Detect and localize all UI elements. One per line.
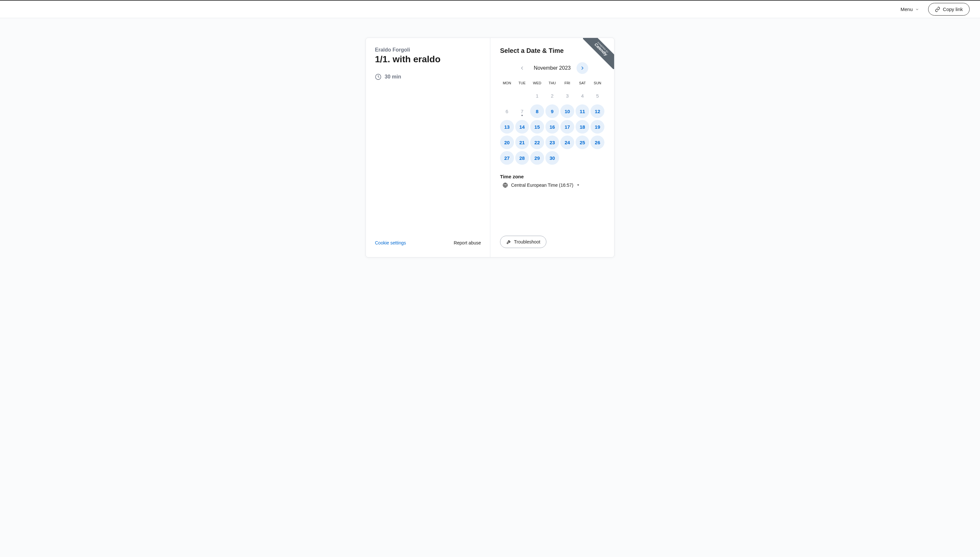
day-unavailable: 6 [500,104,514,118]
troubleshoot-button[interactable]: Troubleshoot [500,236,546,248]
right-panel: POWERED BY Calendly Select a Date & Time… [490,38,614,257]
day-available[interactable]: 22 [530,135,544,149]
timezone-heading: Time zone [500,174,605,179]
day-available[interactable]: 9 [545,104,559,118]
event-title: 1/1. with eraldo [375,54,481,65]
day-unavailable: 5 [590,89,605,103]
powered-by-text: POWERED BY [584,38,614,67]
day-available[interactable]: 26 [590,135,605,149]
menu-label: Menu [900,7,913,12]
day-available[interactable]: 13 [500,120,514,134]
day-header: MON [500,79,514,87]
day-available[interactable]: 25 [575,135,590,149]
day-header: SUN [590,79,605,87]
day-unavailable: 3 [560,89,574,103]
cookie-settings-link[interactable]: Cookie settings [375,240,406,246]
organizer-name: Eraldo Forgoli [375,47,481,53]
prev-month-button[interactable] [516,62,528,74]
report-abuse-link[interactable]: Report abuse [454,240,481,246]
calendar-grid: MONTUEWEDTHUFRISATSUN1234567891011121314… [500,79,605,165]
globe-icon [503,182,508,188]
booking-card: Eraldo Forgoli 1/1. with eraldo 30 min C… [366,37,614,257]
left-footer: Cookie settings Report abuse [375,240,481,248]
copy-link-label: Copy link [943,7,963,12]
copy-link-button[interactable]: Copy link [928,3,970,16]
day-available[interactable]: 17 [560,120,574,134]
day-header: THU [545,79,559,87]
left-panel: Eraldo Forgoli 1/1. with eraldo 30 min C… [366,38,490,257]
day-unavailable: 1 [530,89,544,103]
day-available[interactable]: 29 [530,151,544,165]
day-available[interactable]: 30 [545,151,559,165]
main-container: Eraldo Forgoli 1/1. with eraldo 30 min C… [0,18,980,277]
svg-marker-3 [577,184,579,186]
wrench-icon [506,239,511,244]
day-header: WED [530,79,544,87]
day-available[interactable]: 24 [560,135,574,149]
day-available[interactable]: 15 [530,120,544,134]
duration-text: 30 min [385,74,401,80]
month-label: November 2023 [534,65,571,71]
day-available[interactable]: 14 [515,120,529,134]
day-header: SAT [575,79,590,87]
troubleshoot-label: Troubleshoot [514,239,540,244]
day-available[interactable]: 19 [590,120,605,134]
day-unavailable: 2 [545,89,559,103]
day-available[interactable]: 20 [500,135,514,149]
day-unavailable: 7 [515,104,529,118]
powered-by-banner[interactable]: POWERED BY Calendly [583,38,614,69]
day-available[interactable]: 8 [530,104,544,118]
chevron-left-icon [519,65,525,71]
caret-down-icon [577,184,580,187]
today-indicator [522,115,523,116]
day-available[interactable]: 23 [545,135,559,149]
clock-icon [375,73,382,80]
day-available[interactable]: 10 [560,104,574,118]
timezone-value: Central European Time (16:57) [511,182,573,188]
day-available[interactable]: 12 [590,104,605,118]
day-available[interactable]: 16 [545,120,559,134]
link-icon [935,7,940,12]
chevron-down-icon [915,7,919,11]
duration-row: 30 min [375,73,481,80]
day-available[interactable]: 21 [515,135,529,149]
top-bar: Menu Copy link [0,0,980,18]
day-available[interactable]: 27 [500,151,514,165]
day-available[interactable]: 11 [575,104,590,118]
timezone-selector[interactable]: Central European Time (16:57) [500,182,605,188]
day-unavailable: 4 [575,89,590,103]
day-available[interactable]: 18 [575,120,590,134]
day-available[interactable]: 28 [515,151,529,165]
menu-dropdown[interactable]: Menu [897,4,923,15]
day-header: TUE [515,79,529,87]
day-header: FRI [560,79,574,87]
